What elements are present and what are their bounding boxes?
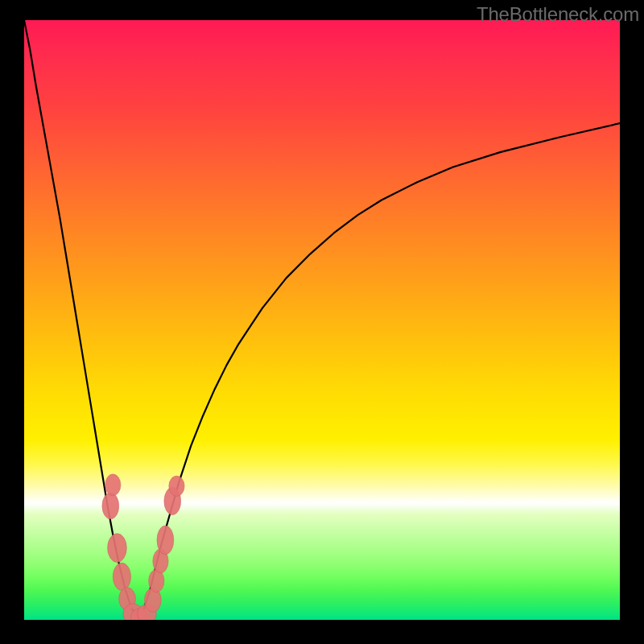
data-marker bbox=[169, 476, 184, 496]
data-marker bbox=[157, 526, 174, 555]
data-marker bbox=[105, 474, 121, 496]
chart-svg-layer bbox=[24, 20, 620, 620]
data-marker bbox=[102, 493, 119, 519]
plot-area bbox=[24, 20, 620, 620]
watermark-text: TheBottleneck.com bbox=[477, 3, 639, 26]
bottleneck-curve bbox=[24, 20, 620, 617]
data-marker bbox=[108, 534, 127, 563]
chart-frame bbox=[20, 20, 624, 624]
data-marker bbox=[113, 563, 130, 590]
